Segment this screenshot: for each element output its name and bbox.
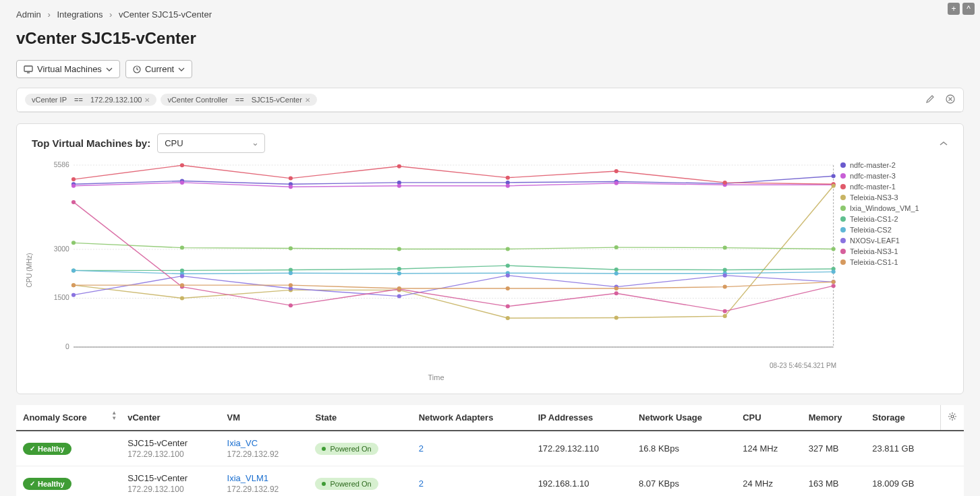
col-ips[interactable]: IP Addresses — [531, 405, 632, 431]
legend-item[interactable]: NXOSv-LEAF1 — [840, 237, 948, 245]
chart-panel: Top Virtual Machines by: CPU CPU (MHz) 5… — [16, 123, 964, 394]
svg-point-61 — [614, 268, 618, 272]
chart-timestamp: 08-23 5:46:54.321 PM — [32, 362, 840, 369]
timerange-dropdown[interactable]: Current — [125, 60, 192, 78]
cell-memory: 327 MB — [802, 431, 866, 466]
svg-point-67 — [397, 272, 401, 276]
filter-panel: vCenter IP == 172.29.132.100 ✕ vCenter C… — [16, 88, 964, 113]
breadcrumb-integrations[interactable]: Integrations — [57, 9, 103, 20]
legend-item[interactable]: Teleixia-NS3-3 — [840, 193, 948, 202]
legend-dot — [840, 195, 846, 200]
svg-point-72 — [71, 293, 76, 297]
remove-filter-icon[interactable]: ✕ — [305, 96, 310, 104]
chart-metric-select[interactable]: CPU — [157, 133, 265, 153]
svg-point-88 — [71, 283, 76, 287]
col-state[interactable]: State — [308, 405, 411, 431]
cell-vm: Ixia_VC172.29.132.92 — [221, 431, 309, 466]
table-row[interactable]: Healthy SJC15-vCenter172.29.132.100 Ixia… — [16, 466, 964, 497]
svg-point-26 — [289, 185, 293, 189]
svg-point-48 — [71, 241, 76, 245]
svg-point-82 — [289, 303, 293, 307]
vm-link[interactable]: Ixia_VC — [227, 438, 258, 448]
col-vcenter[interactable]: vCenter — [121, 405, 220, 431]
legend-label: Teleixia-CS1-1 — [850, 258, 898, 266]
legend-item[interactable]: Teleixia-CS1-1 — [840, 258, 948, 266]
collapse-chart-icon[interactable] — [939, 138, 948, 148]
svg-point-91 — [397, 286, 401, 290]
chart-body: CPU (MHz) 5586300015000 08-23 5:46:54.32… — [17, 153, 963, 394]
chart-legend: ndfc-master-2ndfc-master-3ndfc-master-1T… — [840, 158, 948, 381]
svg-point-52 — [506, 247, 510, 251]
col-settings[interactable] — [941, 405, 964, 431]
svg-point-89 — [180, 283, 184, 287]
legend-item[interactable]: Teleixia-NS3-1 — [840, 247, 948, 255]
svg-text:0: 0 — [65, 343, 69, 350]
vm-dropdown-label: Virtual Machines — [37, 64, 102, 74]
sort-icon: ▲▼ — [111, 410, 117, 421]
col-memory[interactable]: Memory — [802, 405, 866, 431]
breadcrumb: Admin › Integrations › vCenter SJC15-vCe… — [16, 9, 964, 20]
clear-filters-icon[interactable] — [946, 94, 955, 106]
legend-item[interactable]: ndfc-master-2 — [840, 161, 948, 169]
legend-item[interactable]: Teleixia-CS2 — [840, 226, 948, 234]
svg-text:3000: 3000 — [54, 245, 69, 253]
legend-dot — [840, 173, 846, 179]
svg-point-32 — [71, 177, 76, 181]
legend-label: Teleixia-NS3-3 — [850, 193, 898, 202]
col-vm[interactable]: VM — [221, 405, 309, 431]
svg-point-33 — [180, 163, 184, 167]
remove-filter-icon[interactable]: ✕ — [144, 96, 150, 104]
cell-ips: 192.168.1.10 — [531, 466, 632, 497]
col-netusage[interactable]: Network Usage — [632, 405, 736, 431]
svg-point-73 — [180, 274, 184, 278]
legend-item[interactable]: Teleixia-CS1-2 — [840, 215, 948, 223]
col-storage[interactable]: Storage — [865, 405, 940, 431]
legend-item[interactable]: Ixia_Windows_VM_1 — [840, 204, 948, 212]
legend-label: ndfc-master-2 — [850, 161, 896, 169]
svg-point-29 — [614, 181, 618, 185]
col-adapters[interactable]: Network Adapters — [412, 405, 531, 431]
legend-item[interactable]: ndfc-master-1 — [840, 183, 948, 191]
breadcrumb-sep: › — [47, 9, 50, 20]
col-cpu[interactable]: CPU — [736, 405, 801, 431]
legend-dot — [840, 162, 846, 168]
legend-label: Ixia_Windows_VM_1 — [850, 204, 919, 212]
legend-item[interactable]: ndfc-master-3 — [840, 172, 948, 180]
gear-icon — [948, 412, 957, 421]
table-row[interactable]: Healthy SJC15-vCenter172.29.132.100 Ixia… — [16, 431, 964, 466]
col-anomaly[interactable]: Anomaly Score ▲▼ — [16, 405, 121, 431]
svg-point-76 — [506, 274, 510, 278]
topbar-actions: + ^ — [948, 3, 975, 15]
svg-point-27 — [397, 184, 401, 188]
vm-table: Anomaly Score ▲▼ vCenter VM State Networ… — [16, 405, 964, 496]
svg-point-45 — [614, 315, 618, 319]
legend-label: Teleixia-CS2 — [850, 226, 892, 234]
adapters-link[interactable]: 2 — [419, 443, 424, 454]
edit-filter-icon[interactable] — [925, 94, 935, 106]
svg-point-84 — [506, 305, 510, 309]
legend-label: NXOSv-LEAF1 — [850, 237, 900, 245]
filter-chip-vcenter-controller[interactable]: vCenter Controller == SJC15-vCenter ✕ — [161, 94, 316, 106]
cell-cpu: 24 MHz — [736, 466, 801, 497]
svg-point-44 — [506, 316, 510, 320]
svg-point-23 — [832, 174, 836, 178]
chart-ylabel: CPU (MHz) — [26, 253, 33, 287]
svg-point-24 — [71, 184, 76, 188]
vm-link[interactable]: Ixia_VLM1 — [227, 473, 268, 483]
topbar-button-1[interactable]: + — [948, 3, 960, 15]
svg-point-59 — [397, 267, 401, 271]
topbar-button-2[interactable]: ^ — [962, 3, 975, 15]
legend-dot — [840, 216, 846, 222]
chart-plot[interactable]: 5586300015000 — [32, 158, 840, 361]
svg-point-28 — [506, 184, 510, 188]
filter-bar: vCenter IP == 172.29.132.100 ✕ vCenter C… — [17, 88, 963, 112]
breadcrumb-admin[interactable]: Admin — [16, 9, 41, 20]
virtual-machines-dropdown[interactable]: Virtual Machines — [16, 60, 120, 78]
chevron-down-icon — [106, 67, 113, 71]
cell-vm: Ixia_VLM1172.29.132.92 — [221, 466, 309, 497]
adapters-link[interactable]: 2 — [419, 478, 424, 489]
filter-chip-vcenter-ip[interactable]: vCenter IP == 172.29.132.100 ✕ — [25, 94, 156, 106]
svg-point-93 — [614, 286, 618, 290]
svg-rect-0 — [24, 66, 32, 71]
svg-point-41 — [180, 296, 184, 300]
